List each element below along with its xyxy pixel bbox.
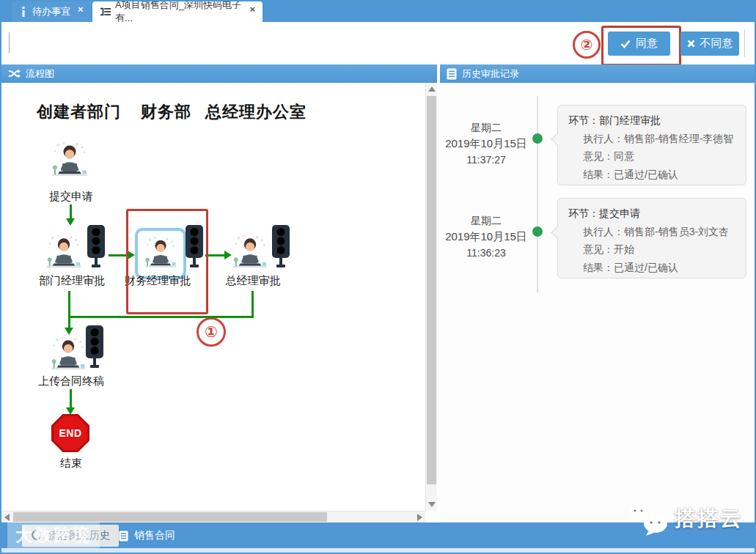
annotation-circle-2: ② [573, 31, 601, 59]
flow-arrowhead [66, 407, 75, 415]
scroll-right-icon[interactable] [417, 514, 422, 521]
approval-window: 待办事宜 × A项目销售合同_深圳快码电子有... × ② 同意 不同意 [0, 0, 756, 554]
cross-icon [687, 40, 695, 48]
bottom-tab-sales-contract-label: 销售合同 [134, 529, 175, 542]
record-1-result: 结果：已通过/已确认 [583, 166, 735, 184]
node-submit-icon[interactable] [48, 140, 92, 181]
agree-button-label: 同意 [636, 37, 658, 51]
shuffle-icon [8, 68, 21, 79]
tab-contract-label: A项目销售合同_深圳快码电子有... [115, 0, 242, 25]
flow-connector [252, 291, 254, 318]
node-dept-approve-label: 部门经理审批 [39, 274, 105, 288]
timeline-dot [532, 226, 543, 237]
history-body: 星期二 2019年10月15日 11:37:27 环节：部门经理审批 执行人：销… [440, 83, 755, 522]
flow-connector [68, 316, 254, 318]
toolbar-separator [744, 29, 745, 57]
record-2-result: 结果：已通过/已确认 [583, 259, 735, 277]
bottom-tab-sales-contract[interactable]: 销售合同 [110, 525, 184, 547]
history-panel-title: 历史审批记录 [462, 67, 519, 81]
timeline-line [537, 96, 538, 292]
record-1-card: 环节：部门经理审批 执行人：销售部-销售经理-李德智 意见：同意 结果：已通过/… [557, 105, 746, 185]
end-node-outer[interactable]: END [51, 414, 89, 452]
flowchart-canvas: 创建者部门 财务部 总经理办公室 提交申请 svg[data-name="tra… [1, 83, 425, 511]
record-1-datetime: 星期二 2019年10月15日 11:37:27 [441, 119, 531, 168]
record-2-weekday: 星期二 [441, 213, 531, 229]
record-2-executor: 执行人：销售部-销售员3-刘文杏 [583, 223, 735, 241]
card-tail [551, 226, 564, 239]
tab-todo-close-icon[interactable]: × [78, 4, 84, 14]
node-submit-label: 提交申请 [49, 190, 93, 204]
bottom-tab-flow-history[interactable]: 流程图及历史 [22, 525, 119, 547]
lane-gm-office: 总经理办公室 [205, 101, 307, 123]
node-dept-approve-icon[interactable] [43, 233, 85, 273]
history-panel: 历史审批记录 星期二 2019年10月15日 11:37:27 环节：部门经理审… [440, 64, 755, 522]
bottom-tab-flow-history-label: 流程图及历史 [48, 529, 110, 542]
traffic-light-upload: svg[data-name="traffic-light-upload"] .c… [84, 325, 106, 370]
card-tail [551, 133, 564, 146]
annotation-box-finance-node [126, 209, 208, 314]
record-2-date: 2019年10月15日 [441, 229, 531, 245]
document-icon [119, 531, 128, 542]
lane-finance-dept: 财务部 [141, 101, 191, 123]
record-1-opinion: 意见：同意 [583, 147, 735, 166]
scroll-up-icon[interactable] [428, 86, 436, 92]
refresh-icon [31, 530, 43, 542]
traffic-light-gm: svg[data-name="traffic-light-gm"] .c1{fi… [270, 224, 292, 270]
record-2-time: 11:36:23 [441, 245, 531, 261]
flow-connector [70, 204, 72, 218]
disagree-button[interactable]: 不同意 [680, 32, 739, 56]
flowchart-horizontal-scrollbar[interactable] [1, 511, 425, 522]
traffic-light-dept: svg[data-name="traffic-light-dept"] .c1{… [85, 224, 107, 270]
record-2-card: 环节：提交申请 执行人：销售部-销售员3-刘文杏 意见：开始 结果：已通过/已确… [557, 198, 746, 278]
action-toolbar: ② 同意 不同意 [1, 22, 755, 65]
tab-contract[interactable]: A项目销售合同_深圳快码电子有... × [92, 1, 263, 22]
record-1-weekday: 星期二 [441, 119, 531, 136]
horizontal-scroll-thumb[interactable] [13, 512, 327, 522]
tab-todo-label: 待办事宜 [32, 5, 70, 18]
list-icon [100, 7, 111, 17]
flowchart-panel: 流程图 创建者部门 财务部 总经理办公室 提交申请 svg[data-name=… [1, 64, 438, 522]
flowchart-panel-header: 流程图 [1, 64, 437, 83]
scroll-down-icon[interactable] [428, 502, 436, 507]
node-gm-approve-icon[interactable] [229, 233, 271, 273]
agree-button[interactable]: 同意 [608, 32, 670, 56]
timeline-dot [532, 133, 543, 144]
vertical-scroll-thumb[interactable] [427, 96, 436, 484]
end-node: END [54, 416, 87, 450]
bottom-edge-strip [1, 548, 755, 553]
flow-arrowhead [66, 218, 75, 226]
lane-creator-dept: 创建者部门 [37, 101, 121, 123]
text-caret [9, 32, 10, 53]
end-node-label: 结束 [60, 457, 82, 470]
disagree-button-label: 不同意 [700, 37, 733, 51]
flowchart-panel-title: 流程图 [26, 67, 54, 81]
record-2-opinion: 意见：开始 [583, 240, 735, 259]
node-upload-label: 上传合同终稿 [38, 374, 104, 388]
check-icon [620, 40, 631, 48]
flow-connector [68, 291, 70, 328]
flow-connector [70, 389, 72, 407]
record-2-step: 环节：提交申请 [568, 204, 735, 223]
record-2-datetime: 星期二 2019年10月15日 11:36:23 [441, 213, 531, 261]
record-1-date: 2019年10月15日 [441, 136, 531, 152]
record-1-time: 11:37:27 [441, 152, 531, 168]
tab-todo[interactable]: 待办事宜 × [12, 1, 91, 22]
node-gm-approve-label: 总经理审批 [226, 274, 281, 288]
record-1-executor: 执行人：销售部-销售经理-李德智 [583, 130, 735, 148]
flowchart-vertical-scrollbar[interactable] [425, 83, 437, 511]
tab-contract-close-icon[interactable]: × [249, 4, 255, 14]
history-panel-header: 历史审批记录 [440, 64, 755, 83]
info-icon [19, 7, 28, 17]
flow-connector [205, 254, 226, 256]
top-tab-bar: 待办事宜 × A项目销售合同_深圳快码电子有... × [1, 1, 755, 22]
flow-arrowhead [65, 328, 73, 335]
annotation-circle-1: ① [197, 317, 226, 347]
document-icon [447, 68, 457, 80]
scroll-left-icon[interactable] [4, 514, 10, 521]
record-1-step: 环节：部门经理审批 [568, 111, 735, 130]
bottom-tab-bar: 流程图及历史 销售合同 大数跨境 [1, 522, 755, 548]
